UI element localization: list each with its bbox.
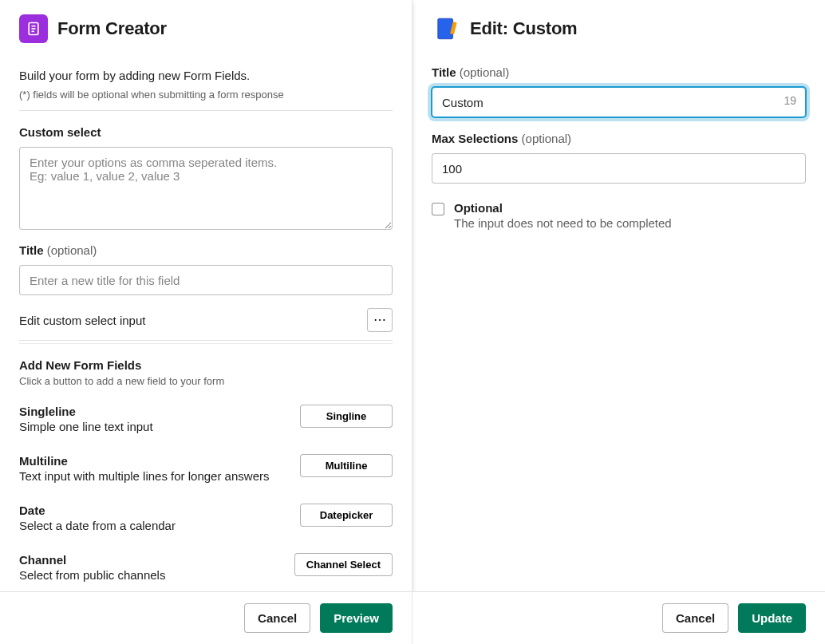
edit-title-input[interactable]: [432, 87, 806, 117]
more-button[interactable]: ⋯: [367, 308, 393, 332]
title-input[interactable]: [19, 265, 393, 295]
title-field-section: Title (optional): [19, 243, 393, 295]
field-row-channel: Channel Select from public channels Chan…: [19, 547, 393, 591]
add-multiline-button[interactable]: Multiline: [300, 454, 393, 477]
custom-select-label: Custom select: [19, 125, 101, 139]
right-header: Edit: Custom: [412, 0, 825, 51]
cancel-button[interactable]: Cancel: [662, 603, 728, 633]
add-fields-section: Add New Form Fields Click a button to ad…: [19, 344, 393, 591]
add-channel-button[interactable]: Channel Select: [294, 553, 393, 576]
right-title-label-row: Title (optional): [432, 65, 806, 79]
title-label: Title: [19, 243, 44, 257]
optional-checkbox-label: Optional: [454, 201, 672, 215]
right-title-label: Title: [432, 65, 456, 79]
custom-select-textarea[interactable]: [19, 147, 393, 230]
title-char-counter: 19: [784, 94, 796, 107]
notebook-icon: [432, 15, 460, 42]
preview-button[interactable]: Preview: [320, 603, 393, 633]
document-icon: [26, 21, 41, 37]
add-date-button[interactable]: Datepicker: [300, 504, 393, 527]
add-singleline-button[interactable]: Singline: [300, 405, 393, 428]
field-name: Channel: [19, 553, 285, 567]
field-name: Date: [19, 504, 290, 517]
intro-sub: (*) fields will be optional when submitt…: [19, 89, 393, 101]
left-header: Form Creator: [0, 0, 412, 51]
left-title: Form Creator: [57, 18, 167, 39]
max-selections-row: Max Selections (optional): [432, 132, 806, 145]
left-scroll[interactable]: Build your form by adding new Form Field…: [0, 51, 412, 591]
field-desc: Simple one line text input: [19, 420, 290, 433]
field-desc: Select from public channels: [19, 568, 285, 582]
update-button[interactable]: Update: [738, 603, 806, 633]
intro-main: Build your form by adding new Form Field…: [19, 69, 393, 82]
intro-block: Build your form by adding new Form Field…: [19, 51, 393, 111]
optional-checkbox-row: Optional The input does not need to be c…: [432, 201, 806, 230]
max-selections-input[interactable]: [432, 153, 806, 184]
field-name: Multiline: [19, 454, 290, 468]
svg-rect-4: [438, 18, 453, 39]
add-fields-heading: Add New Form Fields: [19, 358, 393, 372]
right-body: Title (optional) 19 Max Selections (opti…: [412, 51, 825, 239]
edit-custom-row: Edit custom select input ⋯: [19, 300, 393, 341]
max-selections-label: Max Selections: [432, 132, 518, 145]
max-selections-optional: (optional): [522, 132, 572, 145]
edit-custom-panel: Edit: Custom Title (optional) 19 Max Sel…: [412, 0, 825, 644]
field-row-multiline: Multiline Text input with multiple lines…: [19, 448, 393, 497]
field-name: Singleline: [19, 405, 290, 418]
custom-select-section: Custom select: [19, 125, 393, 232]
right-title-optional: (optional): [460, 65, 510, 79]
left-footer: Cancel Preview: [0, 591, 412, 644]
cancel-button[interactable]: Cancel: [244, 603, 310, 633]
field-desc: Text input with multiple lines for longe…: [19, 469, 290, 483]
field-desc: Select a date from a calendar: [19, 519, 290, 532]
optional-checkbox[interactable]: [432, 203, 444, 215]
add-fields-sub: Click a button to add a new field to you…: [19, 375, 393, 387]
title-optional: (optional): [47, 243, 97, 257]
form-app-icon: [19, 14, 48, 43]
field-row-date: Date Select a date from a calendar Datep…: [19, 497, 393, 547]
edit-app-icon: [432, 14, 460, 43]
right-footer: Cancel Update: [412, 591, 825, 644]
form-creator-panel: Form Creator Build your form by adding n…: [0, 0, 412, 644]
right-title: Edit: Custom: [470, 18, 577, 39]
edit-custom-label: Edit custom select input: [19, 314, 145, 327]
optional-checkbox-desc: The input does not need to be completed: [454, 216, 672, 230]
field-row-singleline: Singleline Simple one line text input Si…: [19, 398, 393, 448]
